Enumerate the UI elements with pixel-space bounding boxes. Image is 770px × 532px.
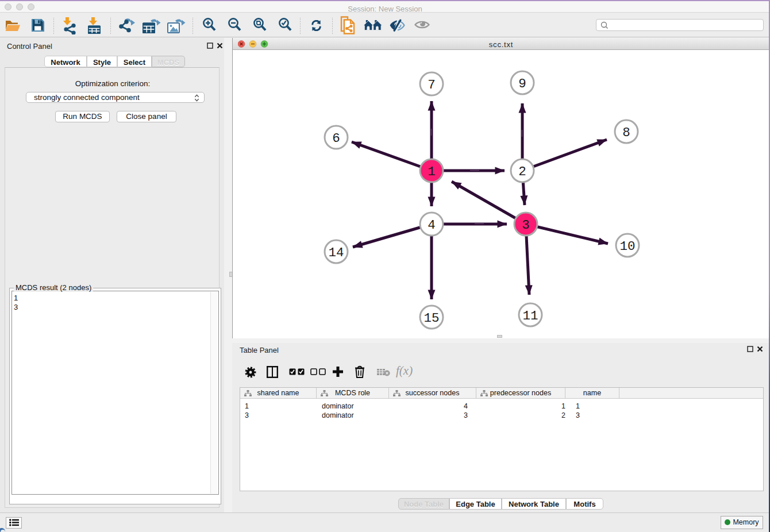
svg-text:2: 2 [518,164,526,179]
svg-text:6: 6 [332,131,340,146]
svg-text:1: 1 [428,164,436,179]
svg-text:4: 4 [428,218,436,233]
svg-text:8: 8 [622,125,630,140]
svg-text:3: 3 [522,218,530,233]
svg-text:11: 11 [522,309,538,323]
svg-text:10: 10 [619,239,635,254]
svg-text:14: 14 [328,245,344,260]
svg-text:7: 7 [428,78,436,92]
svg-text:9: 9 [518,76,526,91]
svg-text:15: 15 [424,311,439,326]
